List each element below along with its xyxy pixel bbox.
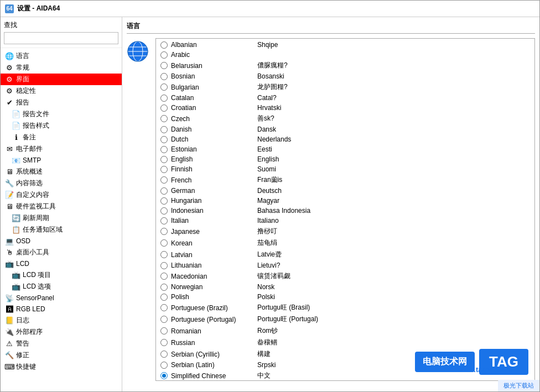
tree-item-log[interactable]: 📒日志 bbox=[1, 315, 122, 326]
tree-item-interface[interactable]: ⚙界面 bbox=[1, 74, 122, 85]
lang-row-indonesian[interactable]: IndonesianBahasa Indonesia bbox=[156, 206, 534, 216]
lang-row-portuguese-portugal[interactable]: Portuguese (Portugal)Portugu旺 (Portugal) bbox=[156, 313, 534, 325]
lang-row-japanese[interactable]: Japanese撸桫叮 bbox=[156, 226, 534, 237]
tree-item-extapp[interactable]: 🔌外部程序 bbox=[1, 326, 122, 338]
tree-item-label-sensorpanel: SensorPanel bbox=[16, 294, 54, 302]
lang-row-serbian-cyrillic[interactable]: Serbian (Cyrillic)構建 bbox=[156, 348, 534, 360]
tree-item-label-email: 电子邮件 bbox=[16, 144, 43, 154]
tree-item-report-file[interactable]: 📄报告文件 bbox=[1, 108, 122, 120]
lang-native-latvian: Latvie聋 bbox=[257, 250, 282, 259]
tree-item-label-shortcut: 快捷键 bbox=[16, 362, 36, 372]
lang-radio-portuguese-brazil bbox=[160, 304, 168, 311]
lang-row-italian[interactable]: ItalianItaliano bbox=[156, 216, 534, 226]
tree-item-report[interactable]: ✔报告 bbox=[1, 97, 122, 108]
tree-item-lcd-items[interactable]: 📺LCD 项目 bbox=[1, 269, 122, 281]
lang-row-albanian[interactable]: AlbanianShqipe bbox=[156, 40, 534, 50]
tree-item-stability[interactable]: ⚙稳定性 bbox=[1, 85, 122, 97]
lang-row-norwegian[interactable]: NorwegianNorsk bbox=[156, 282, 534, 292]
tree-item-rgbled[interactable]: 🅰RGB LED bbox=[1, 304, 122, 315]
email-icon: ✉ bbox=[5, 145, 14, 154]
lang-name-norwegian: Norwegian bbox=[171, 283, 254, 291]
lang-row-romanian[interactable]: RomanianRom钞 bbox=[156, 325, 534, 337]
lang-row-finnish[interactable]: FinnishSuomi bbox=[156, 164, 534, 174]
lang-row-dutch[interactable]: DutchNederlands bbox=[156, 134, 534, 144]
tree-item-lcd[interactable]: 📺LCD bbox=[1, 258, 122, 269]
lang-row-french[interactable]: FrenchFran薗is bbox=[156, 174, 534, 186]
lang-row-catalan[interactable]: CatalanCatal? bbox=[156, 93, 534, 103]
lang-row-portuguese-brazil[interactable]: Portuguese (Brazil)Portugu旺 (Brasil) bbox=[156, 302, 534, 313]
tree-item-sysoverview[interactable]: 🖥系统概述 bbox=[1, 166, 122, 177]
lang-radio-macedonian bbox=[160, 273, 168, 280]
lang-row-croatian[interactable]: CroatianHrvatski bbox=[156, 103, 534, 113]
lang-name-indonesian: Indonesian bbox=[171, 207, 254, 215]
lang-native-simplified-chinese: 中文 bbox=[257, 371, 271, 380]
lang-row-bosnian[interactable]: BosnianBosanski bbox=[156, 71, 534, 81]
lang-name-bulgarian: Bulgarian bbox=[171, 83, 254, 91]
tree-item-label-lcd-items: LCD 项目 bbox=[23, 270, 51, 280]
file-icon: 📄 bbox=[12, 122, 20, 130]
lang-row-german[interactable]: GermanDeutsch bbox=[156, 186, 534, 196]
lang-row-latvian[interactable]: LatvianLatvie聋 bbox=[156, 249, 534, 260]
search-input[interactable] bbox=[4, 32, 118, 44]
lang-name-albanian: Albanian bbox=[171, 41, 254, 49]
lang-row-bulgarian[interactable]: Bulgarian龙胪圄糧? bbox=[156, 81, 534, 93]
tree-item-fix[interactable]: 🔨修正 bbox=[1, 349, 122, 361]
tree-item-sensorpanel[interactable]: 📡SensorPanel bbox=[1, 292, 122, 304]
tree-item-osd[interactable]: 💻OSD bbox=[1, 236, 122, 247]
app-icon: 64 bbox=[5, 4, 14, 13]
lang-row-serbian-latin[interactable]: Serbian (Latin)Srpski bbox=[156, 360, 534, 370]
tree-item-shortcut[interactable]: ⌨快捷键 bbox=[1, 361, 122, 373]
tree-item-backup[interactable]: ℹ备注 bbox=[1, 132, 122, 143]
tree-item-language[interactable]: 🌐语言 bbox=[1, 50, 122, 62]
lang-row-korean[interactable]: Korean茄龟绢 bbox=[156, 237, 534, 249]
tree-item-lcd-options[interactable]: 📺LCD 选项 bbox=[1, 281, 122, 292]
tree-item-report-format[interactable]: 📄报告样式 bbox=[1, 120, 122, 132]
lang-row-english[interactable]: EnglishEnglish bbox=[156, 154, 534, 164]
tree-item-contentfilter[interactable]: 🔧内容筛选 bbox=[1, 177, 122, 189]
tree-item-hwmonitor[interactable]: 🖥硬件监视工具 bbox=[1, 201, 122, 212]
tree-item-label-language: 语言 bbox=[16, 51, 29, 61]
tree-item-tasknotify[interactable]: 📋任务通知区域 bbox=[1, 224, 122, 236]
lang-row-lithuanian[interactable]: LithuanianLietuvi? bbox=[156, 260, 534, 270]
tree-item-email[interactable]: ✉电子邮件 bbox=[1, 143, 122, 155]
lang-native-bulgarian: 龙胪圄糧? bbox=[257, 82, 288, 92]
lang-row-belarusian[interactable]: Belarusian儂脲癘糧? bbox=[156, 60, 534, 71]
gear-icon: ⚙ bbox=[5, 87, 14, 96]
lang-native-dutch: Nederlands bbox=[257, 135, 291, 143]
lang-row-macedonian[interactable]: Macedonian镶赁渚羁觑 bbox=[156, 270, 534, 282]
lang-row-polish[interactable]: PolishPolski bbox=[156, 292, 534, 302]
language-list-container[interactable]: AlbanianShqipeArabicBelarusian儂脲癘糧?Bosni… bbox=[155, 38, 535, 381]
tree-item-general[interactable]: ⚙常规 bbox=[1, 62, 122, 74]
section-title: 语言 bbox=[127, 22, 535, 34]
lang-content: AlbanianShqipeArabicBelarusian儂脲癘糧?Bosni… bbox=[127, 38, 535, 387]
lang-row-russian[interactable]: Russian畚穰鲴 bbox=[156, 337, 534, 348]
lang-name-macedonian: Macedonian bbox=[171, 273, 254, 280]
lang-radio-korean bbox=[160, 239, 168, 247]
tree-item-smtp[interactable]: 📧SMTP bbox=[1, 155, 122, 166]
tree-item-label-smtp: SMTP bbox=[23, 156, 41, 164]
tree-item-alert[interactable]: ⚠警告 bbox=[1, 338, 122, 349]
lang-native-danish: Dansk bbox=[257, 126, 276, 133]
lang-radio-romanian bbox=[160, 327, 168, 334]
tree-item-desktop[interactable]: 🖱桌面小工具 bbox=[1, 247, 122, 258]
lang-radio-bulgarian bbox=[160, 83, 168, 91]
lang-row-simplified-chinese[interactable]: Simplified Chinese中文 bbox=[156, 370, 534, 381]
tree-item-customcontent[interactable]: 📝自定义内容 bbox=[1, 189, 122, 201]
lang-name-lithuanian: Lithuanian bbox=[171, 262, 254, 269]
lcd-icon: 📺 bbox=[5, 259, 14, 268]
lang-row-arabic[interactable]: Arabic bbox=[156, 50, 534, 60]
shortcut-icon: ⌨ bbox=[5, 363, 14, 372]
lang-native-portuguese-brazil: Portugu旺 (Brasil) bbox=[257, 303, 310, 312]
left-panel: 查找 🌐语言⚙常规⚙界面⚙稳定性✔报告📄报告文件📄报告样式ℹ备注✉电子邮件📧SM… bbox=[1, 17, 122, 391]
lang-row-hungarian[interactable]: HungarianMagyar bbox=[156, 196, 534, 206]
tree-item-refresh[interactable]: 🔄刷新周期 bbox=[1, 212, 122, 224]
lang-row-danish[interactable]: DanishDansk bbox=[156, 124, 534, 134]
tree-item-label-extapp: 外部程序 bbox=[16, 327, 43, 337]
lang-row-estonian[interactable]: EstonianEesti bbox=[156, 144, 534, 154]
lang-native-hungarian: Magyar bbox=[257, 197, 279, 205]
lang-native-german: Deutsch bbox=[257, 187, 282, 195]
lang-name-czech: Czech bbox=[171, 115, 254, 123]
lang-name-finnish: Finnish bbox=[171, 165, 254, 173]
lang-name-catalan: Catalan bbox=[171, 94, 254, 102]
lang-row-czech[interactable]: Czech善sk? bbox=[156, 113, 534, 124]
